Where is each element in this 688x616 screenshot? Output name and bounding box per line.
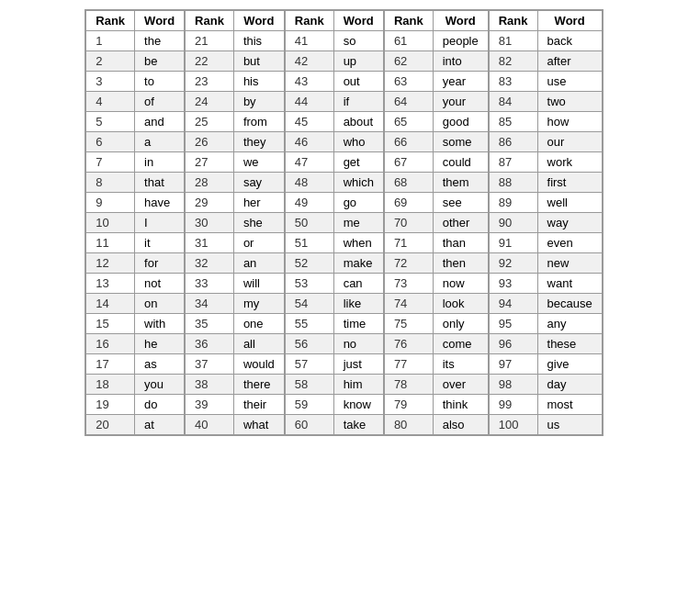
word-cell: on <box>135 294 185 314</box>
word-cell: have <box>135 193 185 213</box>
table-row: 13not <box>86 274 185 294</box>
table-row: 84two <box>489 92 602 112</box>
rank-cell: 50 <box>285 213 333 233</box>
table-row: 50me <box>285 213 383 233</box>
table-row: 8that <box>86 173 185 193</box>
table-row: 63year <box>384 72 488 92</box>
table-row: 12for <box>86 253 185 274</box>
table-row: 73now <box>384 274 488 294</box>
word-cell: do <box>135 395 185 415</box>
word-cell: this <box>233 31 284 51</box>
table-row: 94because <box>489 294 602 314</box>
rank-cell: 5 <box>86 112 135 132</box>
rank-cell: 18 <box>86 375 135 395</box>
rank-cell: 58 <box>285 375 333 395</box>
table-row: 54like <box>285 294 383 314</box>
rank-cell: 84 <box>489 92 537 112</box>
rank-cell: 12 <box>86 253 135 274</box>
table-row: 52make <box>285 253 383 274</box>
table-row: 87work <box>489 152 602 173</box>
word-cell: then <box>433 253 488 274</box>
rank-cell: 88 <box>489 173 537 193</box>
rank-cell: 42 <box>285 51 333 72</box>
table-row: 4of <box>86 92 185 112</box>
word-cell: most <box>537 395 602 415</box>
table-row: 70other <box>384 213 488 233</box>
word-cell: take <box>333 415 383 435</box>
rank-cell: 68 <box>384 173 433 193</box>
table-row: 65good <box>384 112 488 132</box>
word-cell: make <box>333 253 383 274</box>
table-row: 34my <box>186 294 285 314</box>
rank-cell: 66 <box>384 132 433 152</box>
header-word-2: Word <box>333 11 383 31</box>
table-row: 60take <box>285 415 383 435</box>
table-row: 81back <box>489 31 602 51</box>
word-cell: two <box>537 92 602 112</box>
rank-table-4: RankWord61people62into63year64your65good… <box>384 10 489 435</box>
rank-cell: 19 <box>86 395 135 415</box>
table-row: 7in <box>86 152 185 173</box>
table-row: 55time <box>285 314 383 334</box>
header-rank-2: Rank <box>285 11 333 31</box>
rank-cell: 17 <box>86 354 135 375</box>
word-cell: day <box>537 375 602 395</box>
rank-cell: 53 <box>285 274 333 294</box>
rank-cell: 96 <box>489 334 537 354</box>
rank-cell: 87 <box>489 152 537 173</box>
word-cell: also <box>433 415 488 435</box>
table-row: 71than <box>384 233 488 253</box>
header-rank-0: Rank <box>86 11 135 31</box>
word-cell: to <box>135 72 185 92</box>
rank-cell: 72 <box>384 253 433 274</box>
word-cell: their <box>233 395 284 415</box>
word-cell: up <box>333 51 383 72</box>
table-row: 15with <box>86 314 185 334</box>
word-cell: than <box>433 233 488 253</box>
table-row: 3to <box>86 72 185 92</box>
word-cell: come <box>433 334 488 354</box>
table-row: 53can <box>285 274 383 294</box>
table-row: 42up <box>285 51 383 72</box>
word-cell: well <box>537 193 602 213</box>
table-row: 45about <box>285 112 383 132</box>
rank-cell: 21 <box>186 31 234 51</box>
word-cell: get <box>333 152 383 173</box>
rank-cell: 36 <box>186 334 234 354</box>
table-row: 11it <box>86 233 185 253</box>
word-cell: there <box>233 375 284 395</box>
table-row: 27we <box>186 152 285 173</box>
table-row: 25from <box>186 112 285 132</box>
word-cell: would <box>233 354 284 375</box>
header-word-0: Word <box>135 11 185 31</box>
word-cell: at <box>135 415 185 435</box>
word-cell: know <box>333 395 383 415</box>
rank-cell: 45 <box>285 112 333 132</box>
word-cell: with <box>135 314 185 334</box>
header-rank-3: Rank <box>384 11 433 31</box>
word-cell: from <box>233 112 284 132</box>
rank-cell: 24 <box>186 92 234 112</box>
table-row: 83use <box>489 72 602 92</box>
header-rank-4: Rank <box>489 11 537 31</box>
table-row: 69see <box>384 193 488 213</box>
tables-container: RankWord1the2be3to4of5and6a7in8that9have… <box>85 9 603 436</box>
rank-cell: 40 <box>186 415 234 435</box>
word-cell: and <box>135 112 185 132</box>
word-cell: your <box>433 92 488 112</box>
word-cell: he <box>135 334 185 354</box>
word-cell: over <box>433 375 488 395</box>
word-cell: its <box>433 354 488 375</box>
table-row: 23his <box>186 72 285 92</box>
rank-cell: 78 <box>384 375 433 395</box>
word-cell: good <box>433 112 488 132</box>
rank-cell: 11 <box>86 233 135 253</box>
word-cell: you <box>135 375 185 395</box>
word-cell: as <box>135 354 185 375</box>
rank-cell: 77 <box>384 354 433 375</box>
rank-cell: 2 <box>86 51 135 72</box>
word-cell: an <box>233 253 284 274</box>
rank-cell: 89 <box>489 193 537 213</box>
table-row: 18you <box>86 375 185 395</box>
rank-cell: 23 <box>186 72 234 92</box>
